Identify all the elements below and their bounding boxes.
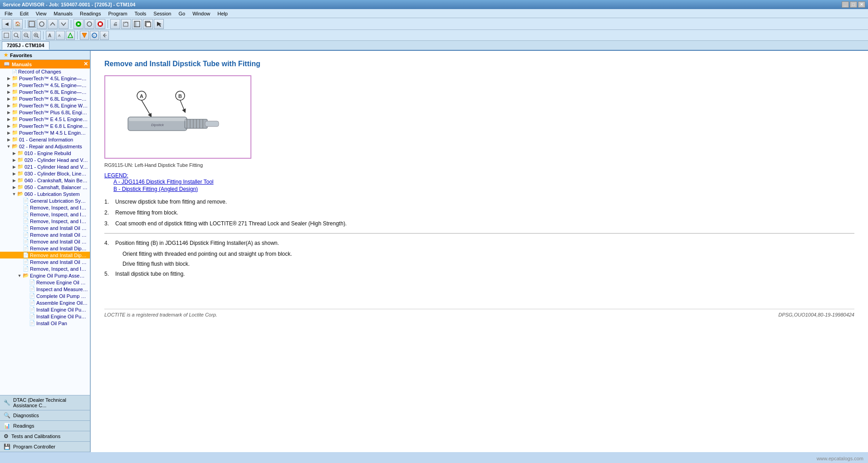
tb2-btn-back[interactable] — [100, 31, 109, 40]
window-controls[interactable]: _ □ ✕ — [842, 1, 865, 8]
svg-marker-12 — [157, 22, 162, 27]
tb2-btn-5[interactable]: A — [46, 31, 55, 40]
tree-item-040[interactable]: ▶ 📁 040 - Crankshaft, Main Bearings — [0, 177, 90, 184]
sidebar-nav: 🔧 DTAC (Dealer Technical Assistance C...… — [0, 395, 90, 452]
svg-line-17 — [27, 36, 29, 38]
tree-item-icon: 📁 — [12, 109, 18, 115]
tb-btn-4[interactable] — [59, 19, 69, 29]
menu-manuals[interactable]: Manuals — [51, 10, 75, 17]
menu-file[interactable]: File — [2, 10, 15, 17]
tb2-btn-1[interactable] — [2, 31, 11, 40]
legend-item-b[interactable]: B - Dipstick Fitting (Angled Design) — [113, 186, 854, 192]
tab-ctm104[interactable]: 7205J - CTM104 — [2, 41, 49, 50]
tree-item-oil-filter[interactable]: 📄 Remove and Install Oil Filter — [0, 224, 90, 231]
menu-view[interactable]: View — [33, 10, 49, 17]
tb2-btn-9[interactable]: i — [90, 31, 99, 40]
tree-item-pt68t2[interactable]: ▶ 📁 PowerTech™ 6.8L Engine—Tier 2/S — [0, 95, 90, 102]
tb-btn-stop[interactable] — [95, 19, 105, 29]
tree-item-remove-pump[interactable]: 📄 Remove Engine Oil Pump — [0, 279, 90, 286]
tb2-btn-4[interactable] — [32, 31, 41, 40]
tree-item-dipstick2[interactable]: 📄 Remove and Install Dipstick — [0, 252, 90, 258]
close-button[interactable]: ✕ — [858, 1, 865, 8]
tb-btn-fullscreen[interactable] — [132, 19, 142, 29]
tree-item-pt68elec[interactable]: ▶ 📁 PowerTech™ 6.8L Engine With Elec — [0, 102, 90, 109]
sidebar-nav-dtac[interactable]: 🔧 DTAC (Dealer Technical Assistance C... — [0, 395, 90, 410]
tree-item-icon: 📄 — [23, 232, 29, 238]
menu-session[interactable]: Session — [151, 10, 174, 17]
tb-btn-cursor[interactable] — [154, 19, 164, 29]
menu-window[interactable]: Window — [190, 10, 213, 17]
menu-help[interactable]: Help — [215, 10, 230, 17]
tree-item-remove1[interactable]: 📄 Remove, Inspect, and Install — [0, 204, 90, 211]
tb-btn-window2[interactable] — [143, 19, 153, 29]
tb-btn-export[interactable] — [121, 19, 131, 29]
sidebar-nav-tests[interactable]: ⚙ Tests and Calibrations — [0, 431, 90, 442]
tree-item-030[interactable]: ▶ 📁 030 - Cylinder Block, Liners, Pis — [0, 170, 90, 177]
tree-item-complete-pump[interactable]: 📄 Complete Oil Pump Disassem — [0, 292, 90, 299]
tree-item-060[interactable]: ▼ 📂 060 - Lubrication System — [0, 190, 90, 197]
tree-item-record[interactable]: 📄 Record of Changes — [0, 68, 90, 75]
tree-item-remove3[interactable]: 📄 Remove, Inspect, and Install — [0, 218, 90, 224]
tree-item-pump-assembly[interactable]: ▼ 📂 Engine Oil Pump Assembly — [0, 272, 90, 279]
tree-item-pte68[interactable]: ▶ 📁 PowerTech™ E 6.8 L Engine With E — [0, 122, 90, 129]
tree-item-020[interactable]: ▶ 📁 020 - Cylinder Head and Valves — [0, 156, 90, 163]
tb2-btn-3[interactable] — [22, 31, 31, 40]
tb2-btn-2[interactable] — [12, 31, 21, 40]
favorites-row[interactable]: ★ Favorites — [0, 51, 90, 60]
minimize-button[interactable]: _ — [842, 1, 849, 8]
tree-item-install-pump1[interactable]: 📄 Install Engine Oil Pump — [0, 306, 90, 313]
tree-item-icon: 📁 — [17, 177, 24, 183]
tree-item-010[interactable]: ▶ 📁 010 - Engine Rebuild — [0, 150, 90, 156]
tree-item-label: PowerTech™ 6.8L Engine—Tier 2/S — [19, 96, 88, 102]
tree-item-dipstick1[interactable]: 📄 Remove and Install Dipstick — [0, 245, 90, 252]
tree-item-install-pump2[interactable]: 📄 Install Engine Oil Pump — [0, 313, 90, 320]
tree-item-gen-lub[interactable]: 📄 General Lubrication System — [0, 197, 90, 204]
tree-item-oil-pres[interactable]: 📄 Remove and Install Oil Pres — [0, 231, 90, 238]
legend-item-a[interactable]: A - JDG1146 Dipstick Fitting Installer T… — [113, 179, 854, 185]
menu-go[interactable]: Go — [176, 10, 188, 17]
tree-item-050[interactable]: ▶ 📁 050 - Camshaft, Balancer Shaft E — [0, 184, 90, 190]
tb2-btn-6[interactable]: A — [56, 31, 65, 40]
menu-tools[interactable]: Tools — [132, 10, 149, 17]
tb2-btn-8[interactable] — [80, 31, 89, 40]
tree-item-inspect-pump[interactable]: 📄 Inspect and Measure Cleara — [0, 286, 90, 292]
sidebar-nav-diagnostics[interactable]: 🔍 Diagnostics — [0, 410, 90, 421]
tree-item-02[interactable]: ▼ 📂 02 - Repair and Adjustments — [0, 143, 90, 150]
tree-item-pt45t2[interactable]: ▶ 📁 PowerTech™ 4.5L Engine—Tier 2/ — [0, 82, 90, 88]
tree-item-pt68t1[interactable]: ▶ 📁 PowerTech™ 6.8L Engine—Tier 1/ — [0, 88, 90, 95]
step-num-5: 5. — [104, 271, 115, 277]
menu-edit[interactable]: Edit — [17, 10, 31, 17]
tb-btn-3[interactable] — [48, 19, 58, 29]
tree-item-pt-plus[interactable]: ▶ 📁 PowerTech™ Plus 6.8L Engine Wit — [0, 109, 90, 116]
tb-btn-green-arrow[interactable] — [74, 19, 83, 29]
tree-item-install-pan[interactable]: 📄 Install Oil Pan — [0, 320, 90, 327]
sidebar-nav-program[interactable]: 💾 Program Controller — [0, 442, 90, 452]
tree-item-pte45[interactable]: ▶ 📁 PowerTech™ E 4.5 L Engine With E — [0, 116, 90, 122]
tree-item-assemble-pump[interactable]: 📄 Assemble Engine Oil Pump — [0, 299, 90, 306]
toolbar-main: ◀ 🏠 🖨 — [0, 18, 868, 30]
tb-btn-1[interactable] — [28, 20, 36, 28]
tb-btn-2[interactable] — [37, 19, 47, 29]
tree-item-remove-inspect[interactable]: 📄 Remove, Inspect, and Install — [0, 265, 90, 272]
tree-item-oil-fill-a[interactable]: 📄 Remove and Install Oil Fill A — [0, 238, 90, 245]
tb-btn-back[interactable]: ◀ — [2, 19, 12, 29]
tree-item-ptm45[interactable]: ▶ 📁 PowerTech™ M 4.5 L Engine with I — [0, 129, 90, 136]
tb-btn-print[interactable]: 🖨 — [110, 19, 120, 29]
tb-btn-home[interactable]: 🏠 — [13, 19, 23, 29]
legend-link[interactable]: LEGEND: — [104, 172, 128, 179]
sidebar-close-btn[interactable]: ✕ — [83, 61, 88, 67]
tree-item-icon: 📁 — [12, 75, 18, 81]
tb2-btn-7[interactable] — [66, 31, 75, 40]
menu-readings[interactable]: Readings — [77, 10, 103, 17]
menu-program[interactable]: Program — [105, 10, 130, 17]
tree-item-icon: 📁 — [12, 82, 18, 88]
tb-btn-refresh[interactable] — [84, 19, 94, 29]
tree-item-pt45t1[interactable]: ▶ 📁 PowerTech™ 4.5L Engine—Tier 1/ — [0, 75, 90, 82]
sidebar-nav-readings[interactable]: 📊 Readings — [0, 421, 90, 431]
main-layout: ★ Favorites 📖 Manuals ✕ 📄 Record of Chan… — [0, 51, 868, 452]
tree-item-oil-fill-t[interactable]: 📄 Remove and Install Oil Fill T — [0, 258, 90, 265]
tree-item-01[interactable]: ▶ 📁 01 - General Information — [0, 136, 90, 143]
tree-item-remove2[interactable]: 📄 Remove, Inspect, and Install — [0, 211, 90, 218]
tree-item-021[interactable]: ▶ 📁 021 - Cylinder Head and Valves — [0, 163, 90, 170]
maximize-button[interactable]: □ — [850, 1, 857, 8]
